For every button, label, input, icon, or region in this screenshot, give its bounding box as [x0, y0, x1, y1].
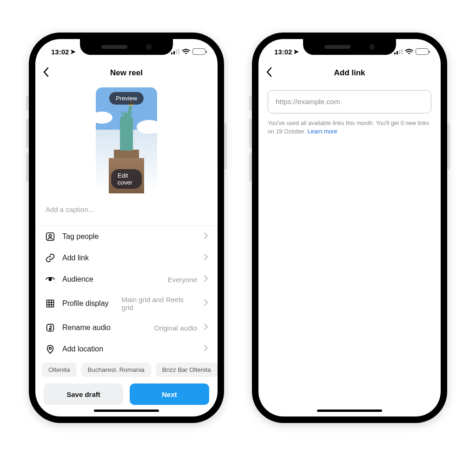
option-value: Main grid and Reels grid [122, 296, 197, 311]
caption-input[interactable]: Add a caption... [35, 197, 218, 226]
back-button[interactable] [43, 67, 49, 79]
location-arrow-icon: ➤ [293, 48, 299, 55]
option-label: Add location [62, 345, 103, 353]
volume-up [249, 119, 252, 148]
chevron-right-icon [204, 232, 208, 241]
notch [303, 39, 396, 55]
power-button [224, 123, 227, 170]
link-icon [45, 253, 56, 263]
chevron-right-icon [204, 275, 208, 284]
svg-point-6 [49, 278, 52, 281]
option-profile-display[interactable]: Profile display Main grid and Reels grid [35, 290, 218, 317]
svg-rect-2 [176, 50, 177, 54]
location-suggestions: Oltenita Bucharest. Romania Brizz Bar Ol… [35, 360, 218, 377]
next-button[interactable]: Next [130, 383, 209, 405]
option-label: Add link [62, 254, 89, 262]
chevron-right-icon [204, 323, 208, 332]
notch [80, 39, 173, 55]
reel-cover-thumbnail[interactable]: Preview Edit cover [96, 87, 157, 193]
svg-rect-1 [173, 51, 175, 54]
phone-left: @oncescuradu 13:02 ➤ [29, 33, 224, 423]
option-label: Rename audio [62, 324, 111, 332]
option-label: Tag people [62, 232, 99, 241]
option-label: Audience [62, 275, 93, 284]
power-button [447, 123, 450, 170]
location-chip[interactable]: Oltenita [42, 363, 77, 377]
svg-rect-4 [46, 233, 54, 241]
battery-icon [192, 48, 205, 55]
option-add-location[interactable]: Add location [35, 338, 218, 360]
option-add-link[interactable]: Add link [35, 247, 218, 269]
link-url-placeholder: https://example.com [276, 98, 340, 106]
svg-rect-15 [397, 51, 398, 54]
svg-point-13 [49, 347, 52, 350]
location-chip[interactable]: Brizz Bar Oltenita [156, 363, 218, 377]
option-audience[interactable]: Audience Everyone [35, 269, 218, 290]
option-rename-audio[interactable]: Rename audio Original audio [35, 317, 218, 338]
option-label: Profile display [62, 299, 109, 308]
status-time: 13:02 [274, 48, 292, 56]
svg-rect-7 [46, 300, 53, 307]
mute-switch [26, 95, 29, 111]
option-value: Original audio [154, 324, 197, 332]
svg-rect-3 [178, 49, 179, 54]
option-tag-people[interactable]: Tag people [35, 226, 218, 247]
save-draft-button[interactable]: Save draft [44, 383, 123, 405]
audio-icon [45, 323, 56, 333]
phone-right: @oncescuradu 13:02 ➤ Add l [252, 33, 447, 423]
footer-buttons: Save draft Next [35, 377, 218, 405]
page-title: New reel [110, 68, 143, 78]
learn-more-link[interactable]: Learn more [307, 128, 337, 135]
svg-point-5 [49, 234, 52, 237]
svg-rect-17 [401, 49, 403, 54]
svg-rect-0 [171, 53, 172, 54]
page-title: Add link [334, 68, 365, 78]
audience-icon [45, 274, 56, 284]
volume-down [249, 152, 252, 182]
tag-people-icon [45, 231, 56, 242]
nav-header: New reel [35, 61, 218, 85]
status-time: 13:02 [51, 48, 69, 56]
preview-button[interactable]: Preview [109, 92, 144, 105]
mute-switch [249, 95, 252, 111]
link-quota-hint: You've used all available links this mon… [258, 113, 441, 136]
options-list: Tag people Add link Audience [35, 226, 218, 360]
location-icon [45, 344, 56, 354]
grid-icon [45, 299, 56, 308]
location-chip[interactable]: Bucharest. Romania [81, 363, 151, 377]
volume-down [26, 152, 29, 182]
location-arrow-icon: ➤ [70, 48, 76, 55]
volume-up [26, 119, 29, 148]
home-indicator[interactable] [94, 410, 159, 412]
svg-rect-14 [394, 53, 396, 54]
cellular-icon [171, 49, 179, 54]
wifi-icon [182, 49, 190, 55]
edit-cover-button[interactable]: Edit cover [111, 169, 142, 189]
chevron-right-icon [204, 253, 208, 263]
option-value: Everyone [168, 276, 197, 284]
wifi-icon [405, 49, 413, 55]
link-url-input[interactable]: https://example.com [268, 90, 431, 113]
chevron-right-icon [204, 344, 208, 354]
battery-icon [416, 48, 429, 55]
nav-header: Add link [258, 61, 441, 85]
back-button[interactable] [266, 67, 272, 79]
cellular-icon [394, 49, 403, 54]
svg-rect-16 [399, 50, 400, 54]
chevron-right-icon [204, 299, 208, 308]
home-indicator[interactable] [317, 410, 382, 412]
hint-text: You've used all available links this mon… [268, 120, 430, 135]
